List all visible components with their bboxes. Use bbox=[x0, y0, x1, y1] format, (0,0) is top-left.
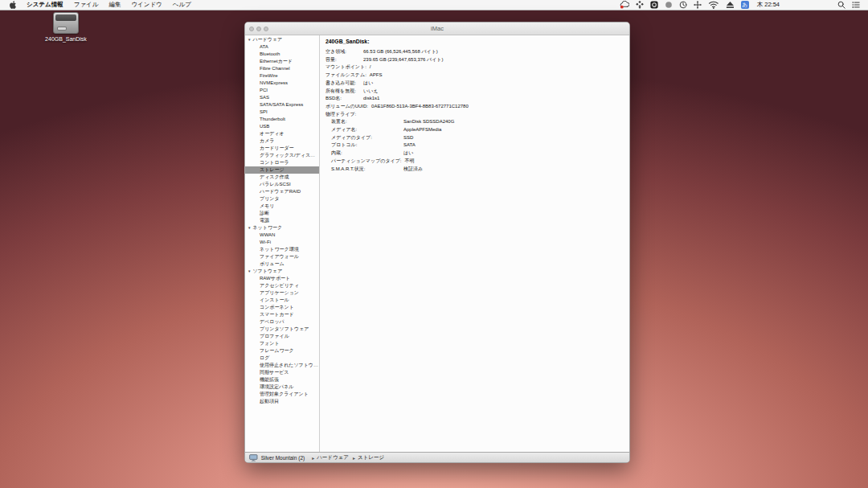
sidebar-item[interactable]: ▼Wi-Fi bbox=[245, 239, 319, 246]
disclosure-triangle-icon[interactable]: ▼ bbox=[248, 38, 251, 42]
sidebar-item[interactable]: ▼パラレルSCSI bbox=[245, 181, 319, 188]
detail-row-label: 書き込み可能: bbox=[326, 80, 363, 88]
sidebar-item[interactable]: ▼Fibre Channel bbox=[245, 65, 319, 72]
detail-row: ファイルシステム:APFS bbox=[326, 72, 624, 80]
sidebar-item[interactable]: ▼Bluetooth bbox=[245, 51, 319, 58]
sidebar-item[interactable]: ▼USB bbox=[245, 123, 319, 130]
sidebar-item[interactable]: ▼カメラ bbox=[245, 137, 319, 145]
sidebar-item[interactable]: ▼プリンタ bbox=[245, 195, 319, 203]
sidebar-item[interactable]: ▼PCI bbox=[245, 87, 319, 94]
sidebar-item[interactable]: ▼SAS bbox=[245, 94, 319, 101]
hard-drive-icon[interactable] bbox=[53, 12, 79, 34]
sidebar-item[interactable]: ▼環境設定パネル bbox=[245, 383, 319, 391]
sidebar-item[interactable]: ▼フォント bbox=[245, 340, 319, 347]
sidebar-item[interactable]: ▼電源 bbox=[245, 217, 319, 224]
sidebar-item-label: SPI bbox=[260, 109, 268, 114]
apple-menu-icon[interactable] bbox=[10, 1, 16, 9]
sidebar-item[interactable]: ▼SATA/SATA Express bbox=[245, 101, 319, 109]
screen-recording-icon[interactable] bbox=[650, 1, 658, 9]
detail-row-value: 66.53 GB (66,526,445,568 バイト) bbox=[363, 49, 438, 54]
sidebar-item[interactable]: ▼デベロッパ bbox=[245, 318, 319, 326]
breadcrumb-item[interactable]: ▸ ハードウェア bbox=[312, 454, 349, 461]
notification-center-icon[interactable] bbox=[852, 1, 860, 9]
sidebar-item[interactable]: ▼管理対象クライアント bbox=[245, 391, 319, 398]
sidebar-item[interactable]: ▼カードリーダー bbox=[245, 145, 319, 152]
sidebar-item[interactable]: ▼SPI bbox=[245, 109, 319, 116]
eject-icon[interactable] bbox=[726, 1, 735, 9]
close-button[interactable] bbox=[249, 27, 254, 31]
sidebar-item[interactable]: ▼インストール bbox=[245, 297, 319, 304]
sidebar-item[interactable]: ▼プリンタソフトウェア bbox=[245, 326, 319, 333]
breadcrumb-item[interactable]: ▸ ストレージ bbox=[353, 454, 384, 461]
detail-pane: 240GB_SanDisk: 空き領域:66.53 GB (66,526,445… bbox=[320, 35, 629, 452]
sidebar-item[interactable]: ▼機能拡張 bbox=[245, 376, 319, 383]
minimize-button[interactable] bbox=[256, 27, 261, 31]
sidebar-item-label: WWAN bbox=[260, 232, 275, 237]
sidebar-item[interactable]: ▼メモリ bbox=[245, 203, 319, 210]
sidebar-item[interactable]: ▼フレームワーク bbox=[245, 347, 319, 355]
dropbox-icon[interactable] bbox=[636, 1, 644, 9]
window-title-bar[interactable]: iMac bbox=[245, 23, 629, 35]
menu-file[interactable]: ファイル bbox=[74, 1, 99, 9]
menu-edit[interactable]: 編集 bbox=[108, 1, 121, 9]
sidebar-item[interactable]: ▼ネットワーク bbox=[245, 224, 319, 232]
disclosure-triangle-icon[interactable]: ▼ bbox=[248, 226, 251, 230]
status-dot-icon[interactable] bbox=[665, 1, 673, 9]
sidebar-item-label: デベロッパ bbox=[260, 319, 285, 324]
sidebar-item[interactable]: ▼ログ bbox=[245, 355, 319, 362]
sidebar-item[interactable]: ▼Thunderbolt bbox=[245, 116, 319, 123]
sidebar-item[interactable]: ▼ディスク作成 bbox=[245, 174, 319, 181]
sidebar-item[interactable]: ▼ハードウェアRAID bbox=[245, 188, 319, 195]
sidebar-item-label: Wi-Fi bbox=[260, 240, 271, 244]
time-machine-icon[interactable] bbox=[679, 1, 687, 9]
sidebar-item[interactable]: ▼オーディオ bbox=[245, 130, 319, 137]
sidebar-item-label: インストール bbox=[260, 297, 289, 302]
sidebar-item[interactable]: ▼Ethernetカード bbox=[245, 58, 319, 65]
sidebar-item[interactable]: ▼ソフトウェア bbox=[245, 268, 319, 275]
sidebar-item[interactable]: ▼アプリケーション bbox=[245, 289, 319, 297]
disclosure-triangle-icon[interactable]: ▼ bbox=[248, 269, 251, 273]
sidebar-item-label: スマートカード bbox=[260, 312, 294, 317]
sidebar-item[interactable]: ▼WWAN bbox=[245, 232, 319, 239]
menu-bar-clock[interactable]: 木 22:54 bbox=[757, 1, 780, 9]
detail-row: 物理ドライブ: bbox=[326, 111, 624, 119]
sidebar-item[interactable]: ▼ファイアウォール bbox=[245, 253, 319, 260]
wifi-icon[interactable] bbox=[708, 1, 719, 9]
sidebar-item[interactable]: ▼アクセシビリティ bbox=[245, 282, 319, 289]
desktop-volume-icon[interactable]: 240GB_SanDisk bbox=[45, 12, 87, 42]
menu-system-info[interactable]: システム情報 bbox=[27, 1, 63, 9]
input-method-icon[interactable]: あ bbox=[741, 1, 749, 9]
volume-title: 240GB_SanDisk: bbox=[326, 38, 624, 46]
detail-row-label: S.M.A.R.T.状況: bbox=[331, 166, 403, 174]
sidebar-item[interactable]: ▼プロファイル bbox=[245, 333, 319, 340]
status-computer-name[interactable]: Silver Mountain (2) bbox=[261, 455, 305, 461]
sidebar-item[interactable]: ▼診断 bbox=[245, 210, 319, 217]
detail-row-label: 装置名: bbox=[331, 118, 403, 126]
sidebar-item[interactable]: ▼ATA bbox=[245, 43, 319, 51]
sidebar-item[interactable]: ▼NVMExpress bbox=[245, 80, 319, 87]
zoom-button[interactable] bbox=[264, 27, 268, 31]
sidebar-item[interactable]: ▼RAWサポート bbox=[245, 275, 319, 282]
sidebar-item-label: フォント bbox=[260, 341, 280, 346]
sidebar-item-label: ファイアウォール bbox=[260, 254, 299, 259]
sidebar-item[interactable]: ▼スマートカード bbox=[245, 311, 319, 318]
sidebar-item[interactable]: ▼コンポーネント bbox=[245, 304, 319, 311]
spotlight-icon[interactable] bbox=[837, 1, 845, 9]
sidebar-item[interactable]: ▼コントローラ bbox=[245, 159, 319, 166]
sidebar-item-label: 管理対象クライアント bbox=[260, 392, 309, 396]
detail-row-value: いいえ bbox=[363, 88, 378, 93]
menu-help[interactable]: ヘルプ bbox=[173, 1, 191, 9]
sidebar-item[interactable]: ▼起動項目 bbox=[245, 398, 319, 405]
move-icon[interactable] bbox=[694, 1, 702, 9]
sidebar-item[interactable]: ▼ストレージ bbox=[245, 166, 319, 174]
sidebar-item[interactable]: ▼ハードウェア bbox=[245, 36, 319, 43]
sidebar-item[interactable]: ▼同期サービス bbox=[245, 369, 319, 376]
sidebar-item-label: 起動項目 bbox=[260, 399, 279, 404]
cloud-icon[interactable] bbox=[620, 1, 629, 9]
sidebar-item[interactable]: ▼ボリューム bbox=[245, 260, 319, 268]
menu-window[interactable]: ウインドウ bbox=[131, 1, 162, 9]
sidebar-item[interactable]: ▼グラフィックス/ディス… bbox=[245, 152, 319, 159]
sidebar-item[interactable]: ▼FireWire bbox=[245, 72, 319, 80]
sidebar-item[interactable]: ▼使用停止されたソフトウ… bbox=[245, 362, 319, 369]
sidebar-item[interactable]: ▼ネットワーク環境 bbox=[245, 246, 319, 253]
